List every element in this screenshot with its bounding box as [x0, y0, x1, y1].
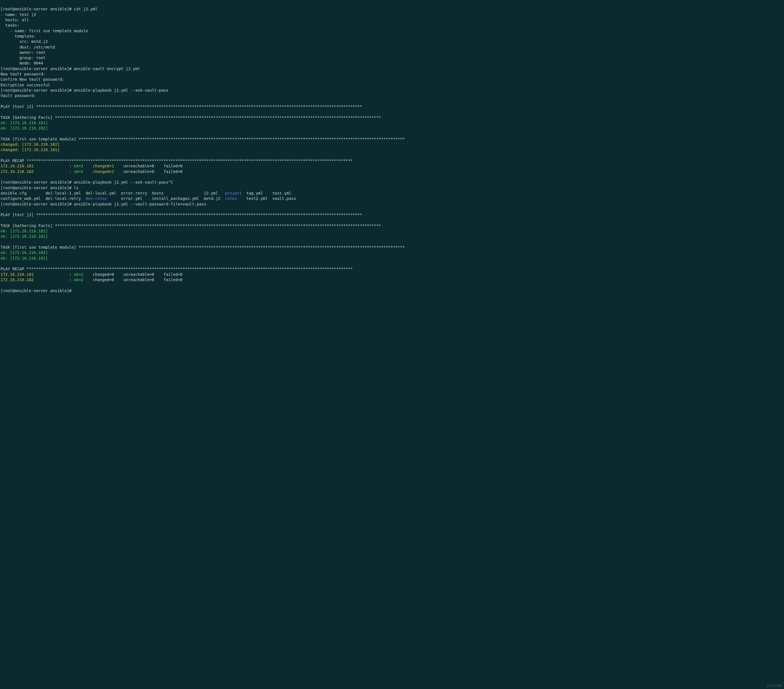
ok-host-182: ok: [172.16.216.182] — [0, 126, 48, 130]
ls-row-2: configure_web.yml del-local.retry dev-ro… — [0, 196, 296, 201]
prompt: [root@ansible-server ansible]# — [0, 88, 74, 92]
prompt: [root@ansible-server ansible]# — [0, 7, 74, 11]
prompt: [root@ansible-server ansible]# — [0, 288, 74, 293]
ok-host-181: ok: [172.16.216.181] — [0, 256, 48, 260]
prompt: [root@ansible-server ansible]# — [0, 66, 74, 71]
command-playbook-file: ansible-playbook j2.yml --vault-password… — [74, 202, 206, 206]
dir-project: project — [225, 191, 242, 196]
yaml-line: mode: 0644 — [0, 61, 43, 65]
yaml-line: template: — [0, 34, 36, 38]
prompt: [root@ansible-server ansible]# — [0, 202, 74, 206]
changed-host-182: changed: [172.16.216.182] — [0, 142, 60, 146]
task-gathering-facts: TASK [Gathering Facts] *****************… — [0, 224, 381, 228]
play-header: PLAY [test j2] *************************… — [0, 212, 362, 217]
ls-row-1: ansible.cfg del-local-1.yml del-local.ym… — [0, 191, 292, 196]
task-gathering-facts: TASK [Gathering Facts] *****************… — [0, 115, 381, 120]
task-template: TASK [first use template module] *******… — [0, 137, 405, 141]
yaml-line: owner: root — [0, 50, 45, 55]
recap-row-182: 172.16.216.182 : ok=2 changed=0 unreacha… — [0, 278, 183, 282]
play-header: PLAY [test j2] *************************… — [0, 104, 362, 109]
yaml-line: tasks: — [0, 23, 19, 28]
command-playbook-ask: ansible-playbook j2.yml --ask-vault-pass — [74, 88, 168, 92]
command-encrypt: ansible-vault encrypt j2.yml — [74, 66, 140, 71]
yaml-line: dest: /etc/motd — [0, 45, 55, 49]
yaml-line: group: root — [0, 56, 45, 60]
yaml-line: hosts: all — [0, 18, 29, 22]
play-recap-header: PLAY RECAP *****************************… — [0, 266, 353, 271]
task-template: TASK [first use template module] *******… — [0, 245, 405, 250]
terminal[interactable]: [root@ansible-server ansible]# cat j2.ym… — [0, 0, 784, 294]
prompt: [root@ansible-server ansible]# — [0, 186, 74, 190]
ok-host-182: ok: [172.16.216.182] — [0, 229, 48, 233]
dir-dev-roles: dev-roles — [86, 196, 107, 201]
ok-host-181: ok: [172.16.216.181] — [0, 234, 48, 238]
yaml-line: - name: first use template module — [0, 29, 88, 33]
command-cat: cat j2.yml — [74, 7, 97, 11]
ok-host-182: ok: [172.16.216.182] — [0, 250, 48, 255]
recap-row-181: 172.16.216.181 : ok=2 changed=0 unreacha… — [0, 272, 183, 277]
yaml-line: - name: test j2 — [0, 12, 36, 17]
command-ls: ls — [74, 186, 79, 190]
dir-roles: roles — [225, 196, 237, 201]
play-recap-header: PLAY RECAP *****************************… — [0, 158, 353, 163]
command-playbook-ask-cancel: ansible-playbook j2.yml --ask-vault-pass… — [74, 180, 173, 184]
recap-row-182: 172.16.216.182 : ok=2 changed=1 unreacha… — [0, 169, 183, 174]
changed-host-181: changed: [172.16.216.181] — [0, 148, 60, 152]
vault-success: Encryption successful — [0, 83, 50, 87]
vault-confirm-password: Confirm New Vault password: — [0, 77, 64, 82]
recap-row-181: 172.16.216.181 : ok=2 changed=1 unreacha… — [0, 164, 183, 168]
vault-new-password: New Vault password: — [0, 72, 45, 76]
ok-host-181: ok: [172.16.216.181] — [0, 120, 48, 125]
yaml-line: src: motd.j2 — [0, 39, 48, 44]
prompt: [root@ansible-server ansible]# — [0, 180, 74, 184]
vault-password-prompt: Vault password: — [0, 93, 36, 98]
